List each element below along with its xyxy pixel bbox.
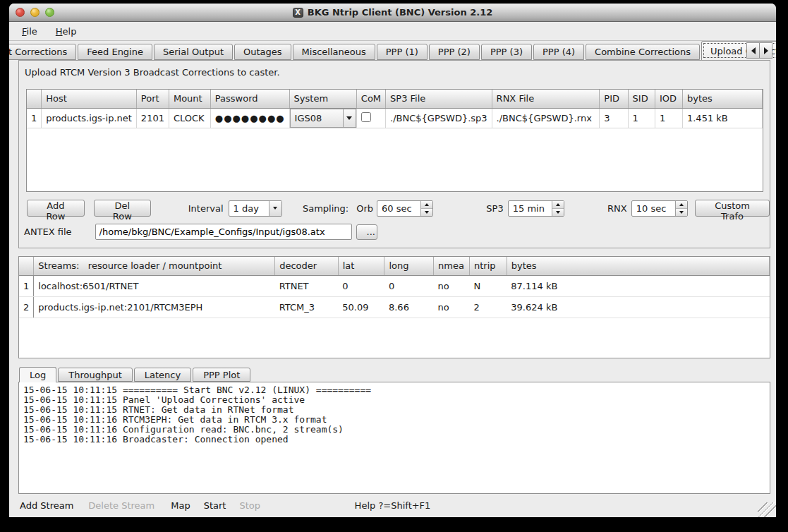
browse-button[interactable]: ... bbox=[356, 224, 377, 240]
panel-description: Upload RTCM Version 3 Broadcast Correcti… bbox=[19, 61, 770, 78]
col-rnx-file[interactable]: RNX File bbox=[492, 90, 600, 108]
host-cell[interactable]: products.igs-ip.net bbox=[42, 108, 137, 128]
sp3-file-cell[interactable]: ./BNC${GPSWD}.sp3 bbox=[386, 108, 492, 128]
system-combobox[interactable]: IGS08 bbox=[290, 109, 356, 128]
start-button[interactable]: Start bbox=[204, 500, 226, 511]
tab-ppp-1[interactable]: PPP (1) bbox=[377, 44, 428, 60]
menu-help[interactable]: Help bbox=[53, 25, 80, 38]
bytes-cell[interactable]: 39.624 kB bbox=[507, 296, 769, 318]
col-password[interactable]: Password bbox=[210, 90, 289, 108]
tab-outages[interactable]: Outages bbox=[234, 44, 291, 60]
decoder-cell[interactable]: RTNET bbox=[275, 275, 339, 296]
tab-ppp-2[interactable]: PPP (2) bbox=[429, 44, 480, 60]
mountpoint-cell[interactable]: products.igs-ip.net:2101/RTCM3EPH bbox=[34, 296, 275, 318]
lat-cell[interactable]: 0 bbox=[338, 275, 384, 296]
decoder-cell[interactable]: RTCM_3 bbox=[275, 296, 339, 318]
sp3-spinbox[interactable]: 15 min bbox=[508, 200, 564, 217]
add-row-button[interactable]: Add Row bbox=[27, 200, 85, 217]
col-mount[interactable]: Mount bbox=[169, 90, 210, 108]
tab-ppp-3[interactable]: PPP (3) bbox=[481, 44, 532, 60]
map-button[interactable]: Map bbox=[171, 500, 190, 511]
interval-combo-arrow[interactable] bbox=[269, 201, 281, 216]
spin-up-icon[interactable] bbox=[421, 201, 432, 209]
log-output[interactable]: 15-06-15 10:11:15 ========== Start BNC v… bbox=[18, 382, 770, 494]
minimize-icon[interactable] bbox=[30, 8, 40, 17]
long-cell[interactable]: 8.66 bbox=[384, 296, 434, 318]
mountpoint-cell[interactable]: localhost:6501/RTNET bbox=[34, 275, 275, 296]
del-row-button[interactable]: Del Row bbox=[94, 200, 151, 217]
col-nmea[interactable]: nmea bbox=[433, 257, 469, 275]
tab-scroll-left-button[interactable] bbox=[746, 42, 760, 59]
rnx-spinbox[interactable]: 10 sec bbox=[631, 200, 688, 217]
mount-cell[interactable]: CLOCK bbox=[169, 108, 210, 128]
tab-broadcast-corrections[interactable]: t Corrections bbox=[9, 44, 76, 60]
close-icon[interactable] bbox=[16, 8, 25, 17]
title-bar[interactable]: X BKG Ntrip Client (BNC) Version 2.12 bbox=[9, 4, 776, 22]
col-sid[interactable]: SID bbox=[628, 90, 655, 108]
pid-cell[interactable]: 3 bbox=[600, 108, 628, 128]
row-number[interactable]: 1 bbox=[27, 108, 42, 128]
rnx-file-cell[interactable]: ./BNC${GPSWD}.rnx bbox=[492, 108, 600, 128]
zoom-icon[interactable] bbox=[45, 8, 54, 17]
chevron-down-icon bbox=[273, 207, 277, 210]
com-checkbox[interactable] bbox=[361, 112, 371, 122]
tab-scroll-right-button[interactable] bbox=[759, 42, 772, 59]
col-bytes[interactable]: bytes bbox=[507, 257, 769, 275]
tab-feed-engine[interactable]: Feed Engine bbox=[78, 44, 152, 60]
tab-miscellaneous[interactable]: Miscellaneous bbox=[293, 44, 375, 60]
nmea-cell[interactable]: no bbox=[433, 275, 469, 296]
col-port[interactable]: Port bbox=[136, 90, 169, 108]
orb-spinbox[interactable]: 60 sec bbox=[377, 200, 433, 217]
system-value: IGS08 bbox=[291, 113, 343, 123]
port-cell[interactable]: 2101 bbox=[136, 108, 169, 128]
spin-down-icon[interactable] bbox=[421, 209, 432, 216]
delete-stream-button: Delete Stream bbox=[88, 500, 154, 511]
tab-log[interactable]: Log bbox=[19, 367, 56, 382]
spin-down-icon[interactable] bbox=[552, 209, 564, 216]
spin-up-icon[interactable] bbox=[676, 201, 687, 209]
tab-combine-corrections[interactable]: Combine Corrections bbox=[586, 44, 700, 60]
bytes-cell[interactable]: 87.114 kB bbox=[507, 275, 769, 296]
tab-latency[interactable]: Latency bbox=[134, 368, 191, 382]
col-mountpoint[interactable]: Streams: resource loader / mountpoint bbox=[34, 257, 275, 275]
col-lat[interactable]: lat bbox=[338, 257, 384, 275]
long-cell[interactable]: 0 bbox=[384, 275, 434, 296]
custom-trafo-button[interactable]: Custom Trafo bbox=[695, 200, 770, 217]
ntrip-cell[interactable]: N bbox=[469, 275, 507, 296]
nmea-cell[interactable]: no bbox=[433, 296, 469, 318]
menu-file[interactable]: File bbox=[19, 25, 40, 38]
col-bytes[interactable]: bytes bbox=[682, 90, 762, 108]
help-shortcut-label: Help ?=Shift+F1 bbox=[355, 500, 431, 511]
spin-up-icon[interactable] bbox=[552, 201, 564, 209]
resize-grip-icon[interactable] bbox=[758, 502, 776, 517]
window-controls bbox=[16, 4, 54, 21]
sid-cell[interactable]: 1 bbox=[628, 108, 655, 128]
interval-combobox[interactable]: 1 day bbox=[229, 200, 282, 217]
lat-cell[interactable]: 50.09 bbox=[338, 296, 384, 318]
col-system[interactable]: System bbox=[289, 90, 356, 108]
row-number[interactable]: 2 bbox=[19, 296, 34, 318]
add-stream-button[interactable]: Add Stream bbox=[20, 500, 73, 511]
password-cell[interactable]: ●●●●●●●● bbox=[210, 108, 289, 128]
col-ntrip[interactable]: ntrip bbox=[469, 257, 507, 275]
row-number[interactable]: 1 bbox=[19, 275, 34, 296]
iod-cell[interactable]: 1 bbox=[655, 108, 682, 128]
col-iod[interactable]: IOD bbox=[655, 90, 682, 108]
tab-ppp-plot[interactable]: PPP Plot bbox=[193, 368, 250, 382]
col-host[interactable]: Host bbox=[42, 90, 137, 108]
col-pid[interactable]: PID bbox=[600, 90, 628, 108]
upload-corrections-panel: Upload RTCM Version 3 Broadcast Correcti… bbox=[18, 60, 770, 248]
tab-serial-output[interactable]: Serial Output bbox=[154, 44, 233, 60]
system-combo-arrow[interactable] bbox=[343, 109, 356, 127]
antex-file-input[interactable] bbox=[95, 224, 352, 240]
col-sp3-file[interactable]: SP3 File bbox=[386, 90, 492, 108]
tab-throughput[interactable]: Throughput bbox=[58, 368, 133, 382]
bytes-cell[interactable]: 1.451 kB bbox=[682, 108, 762, 128]
spin-down-icon[interactable] bbox=[676, 209, 687, 216]
col-long[interactable]: long bbox=[384, 257, 434, 275]
sampling-label: Sampling: bbox=[303, 203, 348, 214]
ntrip-cell[interactable]: 2 bbox=[469, 296, 507, 318]
tab-ppp-4[interactable]: PPP (4) bbox=[533, 44, 584, 60]
col-decoder[interactable]: decoder bbox=[275, 257, 339, 275]
col-com[interactable]: CoM bbox=[356, 90, 385, 108]
